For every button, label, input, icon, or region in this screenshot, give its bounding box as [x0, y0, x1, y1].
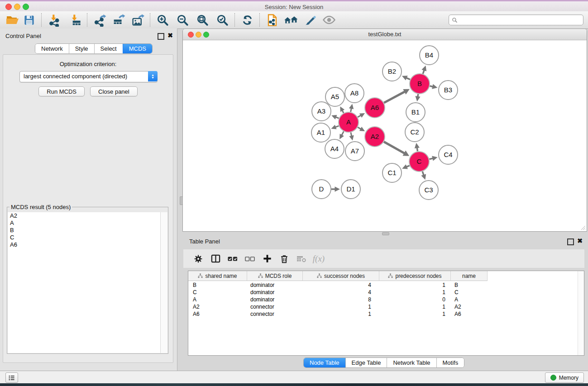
tab-motifs[interactable]: Motifs: [436, 358, 464, 367]
network-graph[interactable]: B4B2BB3A5A8A6B1A3AA1C2A2A4A7C4CC1C3DD1: [183, 40, 587, 231]
network-file-button[interactable]: [264, 12, 280, 28]
table-cell[interactable]: A: [188, 296, 247, 303]
tab-network-table[interactable]: Network Table: [387, 358, 436, 367]
column-header-predecessor-nodes[interactable]: predecessor nodes: [379, 271, 451, 281]
table-cell[interactable]: A2: [451, 303, 488, 310]
delete-column-button[interactable]: [276, 251, 293, 267]
result-item[interactable]: A6: [8, 241, 161, 248]
hide-selected-button[interactable]: [321, 12, 337, 28]
column-header-successor-nodes[interactable]: successor nodes: [303, 271, 379, 281]
resize-grip-icon[interactable]: [580, 225, 586, 230]
table-cell[interactable]: A6: [188, 310, 247, 318]
zoom-out-button[interactable]: [174, 12, 191, 28]
float-panel-icon[interactable]: [158, 33, 164, 40]
table-row[interactable]: A6connector11A6: [188, 310, 584, 318]
graph-node-label: A7: [351, 147, 359, 155]
memory-button[interactable]: Memory: [545, 372, 584, 383]
mcds-panel: Optimization criterion: largest connecte…: [3, 54, 173, 363]
import-network-button[interactable]: [46, 12, 62, 28]
result-scrollbar[interactable]: [160, 212, 167, 353]
tab-select[interactable]: Select: [94, 44, 123, 53]
close-panel-icon[interactable]: ✖: [167, 32, 173, 39]
table-row[interactable]: Cdominator41C: [188, 289, 584, 296]
column-header-label: shared name: [205, 273, 237, 279]
table-cell[interactable]: dominator: [247, 296, 303, 303]
vertical-splitter-handle[interactable]: [180, 196, 183, 205]
table-cell[interactable]: 1: [303, 303, 379, 310]
table-row[interactable]: A2connector11A2: [188, 303, 584, 310]
arrowhead: [335, 186, 340, 191]
close-panel-button[interactable]: Close panel: [90, 86, 138, 96]
edge-A6-B[interactable]: [384, 91, 405, 103]
tab-mcds[interactable]: MCDS: [123, 44, 152, 53]
edge-A2-C[interactable]: [384, 142, 405, 153]
zoom-selected-button[interactable]: [214, 12, 230, 28]
result-item[interactable]: A2: [8, 212, 161, 219]
delete-table-button[interactable]: [293, 251, 310, 267]
table-cell[interactable]: A2: [188, 303, 247, 310]
function-builder-button[interactable]: f(x): [310, 251, 327, 267]
optimization-criterion-select[interactable]: largest connected component (directed) ▲…: [19, 71, 158, 82]
show-columns-button[interactable]: [207, 251, 224, 267]
search-field[interactable]: [449, 14, 583, 25]
zoom-in-button[interactable]: [154, 12, 171, 28]
create-column-button[interactable]: [258, 251, 276, 267]
table-cell[interactable]: 1: [379, 289, 451, 296]
table-cell[interactable]: 1: [379, 281, 451, 289]
zoom-fit-button[interactable]: [194, 12, 210, 28]
tab-node-table[interactable]: Node Table: [304, 358, 345, 367]
table-cell[interactable]: connector: [247, 310, 303, 318]
table-cell[interactable]: A: [451, 296, 488, 303]
apply-style-button[interactable]: [302, 12, 318, 28]
select-all-columns-button[interactable]: [224, 251, 241, 267]
table-cell[interactable]: B: [451, 281, 488, 289]
horizontal-splitter-handle[interactable]: [382, 232, 389, 235]
fx-icon: f(x): [313, 254, 325, 264]
table-row[interactable]: Adominator80A: [188, 296, 584, 303]
network-file-icon: [266, 14, 279, 27]
result-item[interactable]: B: [8, 227, 161, 234]
refresh-button[interactable]: [239, 12, 255, 28]
tab-edge-table[interactable]: Edge Table: [345, 358, 387, 367]
run-mcds-button[interactable]: Run MCDS: [38, 86, 85, 96]
column-header-shared-name[interactable]: shared name: [188, 271, 247, 281]
result-item[interactable]: C: [8, 234, 161, 241]
table-cell[interactable]: C: [451, 289, 488, 296]
table-cell[interactable]: 0: [379, 296, 451, 303]
table-row[interactable]: Bdominator41B: [188, 281, 584, 289]
table-cell[interactable]: 1: [379, 303, 451, 310]
export-image-button[interactable]: [129, 12, 146, 28]
table-cell[interactable]: dominator: [247, 281, 303, 289]
import-table-button[interactable]: [67, 12, 83, 28]
result-item[interactable]: A: [8, 219, 161, 227]
column-header-MCDS-role[interactable]: MCDS role: [247, 271, 303, 281]
table-cell[interactable]: 1: [379, 310, 451, 318]
table-cell[interactable]: A6: [451, 310, 488, 318]
deselect-all-columns-button[interactable]: [241, 251, 258, 267]
tab-style[interactable]: Style: [69, 44, 94, 53]
column-header-name[interactable]: name: [451, 271, 488, 281]
show-all-networks-button[interactable]: [283, 12, 299, 28]
table-settings-button[interactable]: [190, 251, 207, 267]
tab-network[interactable]: Network: [35, 44, 69, 53]
export-network-button[interactable]: [91, 12, 108, 28]
open-session-button[interactable]: [5, 12, 21, 28]
table-scrollbar[interactable]: [578, 271, 584, 355]
export-table-button[interactable]: [110, 12, 127, 28]
table-cell[interactable]: connector: [247, 303, 303, 310]
search-input[interactable]: [459, 15, 583, 24]
table-cell[interactable]: 4: [303, 289, 379, 296]
float-table-panel-icon[interactable]: [567, 238, 574, 245]
delete-table-icon: [296, 253, 307, 264]
table-cell[interactable]: 1: [303, 310, 379, 318]
table-cell[interactable]: 4: [303, 281, 379, 289]
table-cell[interactable]: C: [188, 289, 247, 296]
table-cell[interactable]: B: [188, 281, 247, 289]
graph-node-label: C1: [387, 169, 396, 176]
mcds-result-list[interactable]: A2ABCA6: [8, 212, 161, 353]
table-cell[interactable]: dominator: [247, 289, 303, 296]
close-table-panel-icon[interactable]: ✖: [577, 237, 583, 244]
save-session-button[interactable]: [21, 12, 37, 28]
task-history-button[interactable]: [5, 372, 18, 383]
table-cell[interactable]: 8: [303, 296, 379, 303]
